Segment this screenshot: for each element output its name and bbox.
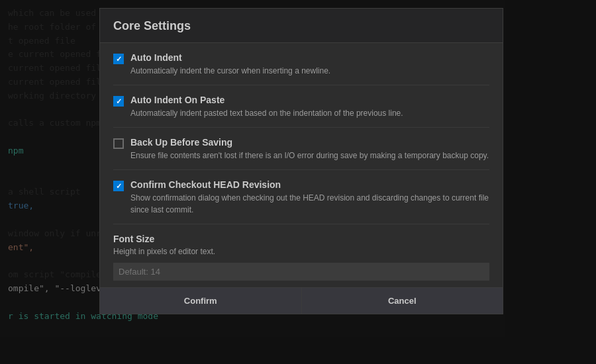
modal-title: Core Settings: [113, 19, 489, 33]
setting-auto-indent-paste: ✓ Auto Indent On Paste Automatically ind…: [113, 85, 489, 128]
font-size-input[interactable]: [113, 263, 489, 281]
setting-back-up: Back Up Before Saving Ensure file conten…: [113, 128, 489, 170]
auto-indent-label: Auto Indent: [130, 52, 489, 63]
setting-confirm-checkout: ✓ Confirm Checkout HEAD Revision Show co…: [113, 170, 489, 224]
back-up-checkbox[interactable]: [113, 138, 124, 149]
auto-indent-paste-checkbox[interactable]: ✓: [113, 96, 124, 107]
auto-indent-paste-checkbox-wrapper[interactable]: ✓: [113, 96, 124, 107]
back-up-checkbox-wrapper[interactable]: [113, 138, 124, 149]
back-up-label: Back Up Before Saving: [130, 137, 489, 148]
auto-indent-checkbox[interactable]: ✓: [113, 54, 124, 64]
modal-body: ✓ Auto Indent Automatically indent the c…: [100, 43, 503, 287]
font-size-section: Font Size Height in pixels of editor tex…: [113, 224, 489, 287]
font-size-label: Font Size: [113, 234, 489, 244]
cancel-button[interactable]: Cancel: [302, 288, 503, 314]
confirm-checkout-desc: Show confirmation dialog when checking o…: [130, 192, 489, 216]
auto-indent-paste-desc: Automatically indent pasted text based o…: [130, 107, 489, 119]
auto-indent-paste-label: Auto Indent On Paste: [130, 95, 489, 105]
confirm-checkout-label: Confirm Checkout HEAD Revision: [130, 179, 489, 190]
auto-indent-checkbox-wrapper[interactable]: ✓: [113, 54, 124, 64]
confirm-checkout-checkbox-wrapper[interactable]: ✓: [113, 181, 124, 191]
auto-indent-desc: Automatically indent the cursor when ins…: [130, 65, 489, 77]
back-up-desc: Ensure file contents aren't lost if ther…: [130, 150, 489, 161]
modal-header: Core Settings: [100, 9, 503, 43]
core-settings-modal: Core Settings ✓ Auto Indent Automaticall…: [99, 8, 503, 314]
modal-footer: Confirm Cancel: [100, 287, 503, 314]
font-size-desc: Height in pixels of editor text.: [113, 247, 489, 256]
confirm-checkout-checkbox[interactable]: ✓: [113, 181, 124, 191]
setting-auto-indent: ✓ Auto Indent Automatically indent the c…: [113, 43, 489, 85]
confirm-button[interactable]: Confirm: [100, 288, 302, 314]
